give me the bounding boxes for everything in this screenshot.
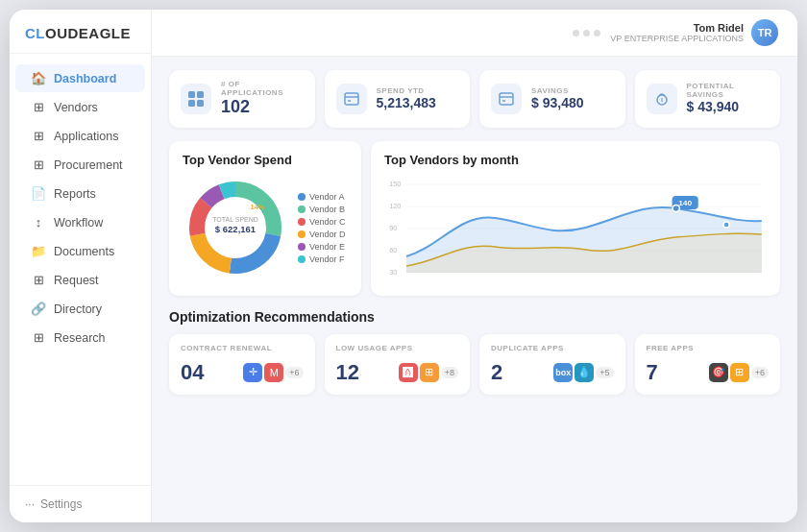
opt-label-low-usage: LOW USAGE APPS <box>336 344 459 352</box>
applications-icon: ⊞ <box>31 129 46 143</box>
svg-rect-4 <box>345 93 358 105</box>
sidebar-item-vendors[interactable]: ⊞ Vendors <box>15 93 145 121</box>
settings-label: Settings <box>40 497 82 511</box>
opt-count-free-apps: 7 <box>647 360 658 385</box>
reports-icon: 📄 <box>31 186 46 201</box>
sidebar-item-workflow[interactable]: ↕ Workflow <box>15 208 145 236</box>
vendors-icon: ⊞ <box>31 100 46 114</box>
stat-value-potential: $ 43,940 <box>687 99 770 115</box>
optimization-cards: CONTRACT RENEWAL 04 ✛ M +6 LOW USAGE <box>169 334 780 395</box>
header: Tom Ridel VP ENTERPRISE APPLICATIONS TR <box>152 10 797 57</box>
sidebar: CLOUDEAGLE 🏠 Dashboard ⊞ Vendors ⊞ Appli… <box>10 10 152 522</box>
sidebar-item-request[interactable]: ⊞ Request <box>15 266 145 294</box>
documents-icon: 📁 <box>31 244 46 258</box>
stats-row: # OF APPLICATIONS 102 SPEND YTD 5,213,48… <box>169 70 780 128</box>
stat-content-apps: # OF APPLICATIONS 102 <box>221 80 304 118</box>
sidebar-item-research[interactable]: ⊞ Research <box>15 324 145 351</box>
sidebar-item-label: Directory <box>54 302 102 316</box>
opt-icons-free-apps: 🎯 ⊞ +6 <box>709 363 769 382</box>
sidebar-item-label: Procurement <box>54 158 123 172</box>
sidebar-item-label: Workflow <box>54 216 103 230</box>
legend-item-3: Vendor C <box>298 217 346 227</box>
apps-icon <box>181 84 211 114</box>
opt-label-free-apps: FREE APPS <box>647 344 770 352</box>
opt-card-free-apps: FREE APPS 7 🎯 ⊞ +6 <box>635 334 781 395</box>
stat-card-savings: SAVINGS $ 93,480 <box>479 70 625 128</box>
free-apps-icon-1: 🎯 <box>709 363 728 382</box>
svg-text:14%: 14% <box>250 203 264 211</box>
savings-icon <box>491 84 522 114</box>
opt-icons-duplicate: box 💧 +5 <box>553 363 613 382</box>
svg-rect-0 <box>188 91 195 98</box>
vendors-by-month-title: Top Vendors by month <box>384 153 767 167</box>
low-usage-icon-1: 🅰 <box>399 363 418 382</box>
settings-nav-item[interactable]: ··· Settings <box>10 485 151 522</box>
legend-item-6: Vendor F <box>298 254 346 264</box>
request-icon: ⊞ <box>31 273 46 287</box>
dot-3 <box>594 30 600 36</box>
opt-icons-low-usage: 🅰 ⊞ +8 <box>399 363 458 382</box>
stat-content-spend: SPEND YTD 5,213,483 <box>377 86 436 111</box>
contract-icon-1: ✛ <box>243 363 262 382</box>
stat-card-apps: # OF APPLICATIONS 102 <box>169 70 315 128</box>
stat-label-savings: SAVINGS <box>531 86 584 95</box>
stat-card-potential: POTENTIAL SAVINGS $ 43,940 <box>635 70 781 128</box>
opt-icons-contract: ✛ M +6 <box>243 363 303 382</box>
sidebar-item-label: Reports <box>54 187 96 201</box>
optimization-title: Optimization Recommendations <box>169 309 780 325</box>
svg-rect-7 <box>500 93 513 105</box>
content-area: # OF APPLICATIONS 102 SPEND YTD 5,213,48… <box>152 57 797 522</box>
stat-label-apps: # OF APPLICATIONS <box>221 80 304 97</box>
optimization-section: Optimization Recommendations CONTRACT RE… <box>169 309 780 395</box>
free-apps-more: +6 <box>751 367 769 378</box>
vendors-by-month-card: Top Vendors by month 150 120 90 60 30 <box>371 141 780 296</box>
vendor-spend-card: Top Vendor Spend <box>169 141 361 296</box>
donut-legend: Vendor A Vendor B Vendor C Vendor D <box>298 192 346 267</box>
duplicate-icon-2: 💧 <box>575 363 594 382</box>
svg-text:60: 60 <box>389 247 397 254</box>
workflow-icon: ↕ <box>31 215 46 230</box>
duplicate-more: +5 <box>596 367 613 378</box>
sidebar-item-label: Documents <box>54 245 114 258</box>
header-dots <box>573 30 600 36</box>
svg-text:30: 30 <box>389 269 397 277</box>
directory-icon: 🔗 <box>31 302 46 316</box>
opt-bottom-low-usage: 12 🅰 ⊞ +8 <box>336 360 459 385</box>
user-area[interactable]: Tom Ridel VP ENTERPRISE APPLICATIONS TR <box>610 19 778 46</box>
vendor-spend-title: Top Vendor Spend <box>183 153 348 167</box>
sidebar-item-procurement[interactable]: ⊞ Procurement <box>15 151 145 179</box>
sidebar-item-directory[interactable]: 🔗 Directory <box>15 295 145 323</box>
svg-text:150: 150 <box>389 181 401 188</box>
logo: CLOUDEAGLE <box>25 25 135 41</box>
opt-bottom-contract: 04 ✛ M +6 <box>181 360 304 385</box>
sidebar-item-reports[interactable]: 📄 Reports <box>15 180 145 207</box>
opt-bottom-duplicate: 2 box 💧 +5 <box>491 360 614 385</box>
free-apps-icon-2: ⊞ <box>730 363 749 382</box>
legend-item-1: Vendor A <box>298 192 346 202</box>
opt-count-duplicate: 2 <box>491 360 502 385</box>
contract-more: +6 <box>285 367 303 378</box>
contract-icon-2: M <box>264 363 283 382</box>
home-icon: 🏠 <box>31 71 46 85</box>
nav-items: 🏠 Dashboard ⊞ Vendors ⊞ Applications ⊞ P… <box>10 54 151 485</box>
user-role: VP ENTERPRISE APPLICATIONS <box>610 34 744 43</box>
avatar: TR <box>751 19 778 46</box>
svg-point-34 <box>672 205 679 211</box>
sidebar-item-label: Research <box>54 331 106 345</box>
svg-rect-1 <box>197 91 204 98</box>
stat-value-apps: 102 <box>221 97 304 118</box>
legend-item-2: Vendor B <box>298 205 346 214</box>
app-frame: CLOUDEAGLE 🏠 Dashboard ⊞ Vendors ⊞ Appli… <box>10 10 797 522</box>
opt-card-contract: CONTRACT RENEWAL 04 ✛ M +6 <box>169 334 315 395</box>
sidebar-item-dashboard[interactable]: 🏠 Dashboard <box>15 64 145 92</box>
sidebar-item-applications[interactable]: ⊞ Applications <box>15 122 145 150</box>
opt-bottom-free-apps: 7 🎯 ⊞ +6 <box>647 360 770 385</box>
stat-label-spend: SPEND YTD <box>377 86 436 95</box>
stat-value-spend: 5,213,483 <box>377 95 436 111</box>
stat-content-potential: POTENTIAL SAVINGS $ 43,940 <box>687 82 770 115</box>
spend-icon <box>336 84 367 114</box>
sidebar-item-documents[interactable]: 📁 Documents <box>15 237 145 265</box>
stat-content-savings: SAVINGS $ 93,480 <box>531 86 584 111</box>
low-usage-icon-2: ⊞ <box>420 363 439 382</box>
user-info: Tom Ridel VP ENTERPRISE APPLICATIONS <box>610 22 744 43</box>
